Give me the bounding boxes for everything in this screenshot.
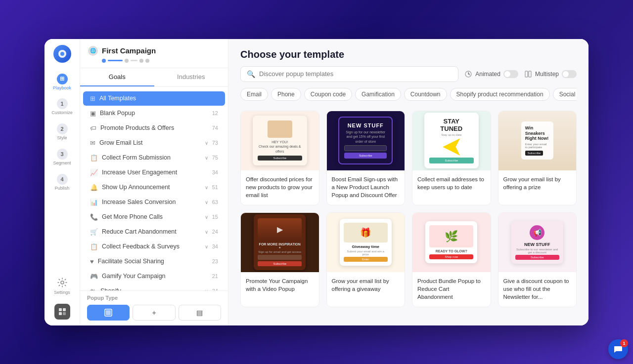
main-header: Choose your template 🔍 Animated Multiste…: [228, 39, 588, 107]
list-item-grow-email[interactable]: ✉ Grow Email List ∨ 73: [83, 136, 225, 150]
template-card-2[interactable]: NEW STUFF Sign up for our newsletter and…: [326, 111, 406, 205]
progress-dot-1: [102, 59, 106, 63]
list-item-collect-form[interactable]: 📋 Collect Form Submission ∨ 75: [83, 151, 225, 165]
show-up-count: 51: [212, 184, 218, 190]
publish-icon: 4: [57, 174, 68, 185]
chip-shopify-rec[interactable]: Shopify product recommendation: [450, 88, 550, 101]
sidebar-item-segment[interactable]: 3 Segment: [48, 146, 76, 169]
progress-dot-4: [145, 59, 149, 63]
user-avatar[interactable]: [54, 304, 70, 320]
chip-email[interactable]: Email: [240, 88, 268, 101]
paper-plane-icon: [443, 138, 460, 156]
search-input[interactable]: [259, 70, 452, 78]
sidebar-list: ⊞ All Templates ▣ Blank Popup 12 🏷 Promo…: [80, 87, 228, 290]
tab-industries[interactable]: Industries: [154, 68, 228, 86]
progress-bar: [88, 59, 220, 63]
collect-form-chevron: ∨: [205, 155, 208, 161]
chip-countdown[interactable]: Countdown: [404, 88, 447, 101]
mini-video-5: ▶ FOR MORE INSPIRATION + Sign up for ema…: [254, 214, 306, 270]
sidebar-item-style[interactable]: 2 Style: [48, 121, 76, 144]
list-item-blank-popup[interactable]: ▣ Blank Popup 12: [83, 106, 225, 121]
settings-icon: [56, 276, 69, 289]
reduce-cart-icon: 🛒: [90, 228, 98, 236]
facilitate-social-count: 23: [212, 258, 218, 264]
collect-form-count: 75: [212, 155, 218, 161]
search-box[interactable]: 🔍: [240, 66, 458, 82]
blank-popup-icon: ▣: [90, 110, 96, 117]
template-card-7[interactable]: 🌿 READY TO GLOW? Shop now Product Bundle…: [412, 212, 491, 307]
newstuff-btn: Subscribe: [515, 255, 559, 260]
increase-sales-chevron: ∨: [205, 200, 208, 205]
svg-point-1: [60, 52, 64, 56]
mini-popup-3: STAYTUNED Stay up-to-date Subscribe: [424, 113, 479, 168]
facilitate-social-label: Facilitate Social Sharing: [98, 258, 208, 265]
list-item-promote-products[interactable]: 🏷 Promote Products & Offers 74: [83, 121, 225, 135]
chip-social[interactable]: Social: [553, 88, 577, 101]
increase-sales-label: Increase Sales Conversion: [102, 199, 201, 205]
multistep-toggle[interactable]: [562, 70, 577, 78]
animated-toggle[interactable]: [503, 70, 518, 78]
list-item-collect-feedback[interactable]: 📋 Collect Feedback & Surveys ∨ 34: [83, 240, 225, 254]
app-logo[interactable]: [53, 45, 71, 63]
template-label-4: Grow your email list by offering a prize: [498, 170, 577, 197]
mini-popup-title-2: NEW STUFF: [344, 122, 387, 128]
sidebar-tabs: Goals Industries: [80, 68, 228, 87]
sidebar-item-publish[interactable]: 4 Publish: [48, 171, 76, 194]
main-sidebar: 🌐 First Campaign Goals Industries ⊞ All …: [80, 39, 228, 325]
template-card-3[interactable]: STAYTUNED Stay up-to-date Subscribe Coll…: [412, 111, 491, 205]
mini-popup-1: HEY YOU!Check our amazing deals & offers…: [253, 116, 307, 165]
template-card-5[interactable]: ▶ FOR MORE INSPIRATION + Sign up for ema…: [240, 212, 319, 307]
popup-type-btn-1[interactable]: [87, 305, 130, 321]
template-preview-6: 🎁 Giveaway time Submit your email and wi…: [327, 213, 405, 272]
mini-video-sub: Sign up for email and get access: [258, 250, 302, 253]
list-item-increase-user[interactable]: 📈 Increase User Engagement 34: [83, 165, 225, 180]
filter-chips: Email Phone Coupon code Gamification Cou…: [240, 88, 577, 101]
template-card-6[interactable]: 🎁 Giveaway time Submit your email and wi…: [326, 212, 406, 307]
popup-type-btn-3[interactable]: ▤: [179, 305, 221, 321]
sidebar-item-playbook[interactable]: ⊞ Playbook: [48, 71, 76, 94]
mini-bundle-img: 🌿: [429, 225, 473, 247]
grow-email-label: Grow Email List: [99, 139, 201, 146]
settings-item[interactable]: Settings: [51, 273, 73, 298]
list-item-all-templates[interactable]: ⊞ All Templates: [83, 91, 225, 106]
newstuff-sub: Subscribe to our newsletter and get a di…: [515, 248, 559, 254]
sidebar-item-customize[interactable]: 1 Customize: [48, 95, 76, 119]
template-card-1[interactable]: HEY YOU!Check our amazing deals & offers…: [240, 111, 319, 205]
svg-rect-6: [63, 312, 66, 315]
svg-rect-4: [63, 308, 66, 311]
mini-popup-btn-1: Subscribe: [258, 156, 302, 161]
list-item-get-more-calls[interactable]: 📞 Get More Phone Calls ∨ 15: [83, 210, 225, 224]
chip-phone[interactable]: Phone: [271, 88, 301, 101]
customize-icon: 1: [57, 98, 68, 109]
template-preview-1: HEY YOU!Check our amazing deals & offers…: [241, 111, 319, 170]
list-item-reduce-cart[interactable]: 🛒 Reduce Cart Abandonment ∨ 24: [83, 225, 225, 239]
sneakers-bg: Win Sneakers Right Now! Enter your email…: [498, 111, 577, 170]
campaign-name: First Campaign: [102, 46, 156, 55]
list-item-facilitate-social[interactable]: ♥ Facilitate Social Sharing 23: [83, 254, 225, 269]
list-item-gamify[interactable]: 🎮 Gamify Your Campaign 21: [83, 269, 225, 283]
list-item-increase-sales[interactable]: 📊 Increase Sales Conversion ∨ 63: [83, 195, 225, 209]
progress-dot-3: [139, 59, 143, 63]
list-item-shopify[interactable]: 🛍 Shopify ∨ 34: [83, 284, 225, 290]
mini-giveaway-6: 🎁 Giveaway time Submit your email and wi…: [340, 219, 392, 266]
template-card-8[interactable]: 📢 NEW STUFF Subscribe to our newsletter …: [498, 212, 577, 307]
animated-icon: [464, 70, 472, 78]
customize-label: Customize: [51, 110, 73, 116]
popup-type-buttons: + ▤: [87, 305, 221, 321]
mini-giveaway-btn: Enter: [344, 257, 388, 262]
mini-popup-btn-2: Subscribe: [344, 153, 387, 159]
chip-gamification[interactable]: Gamification: [355, 88, 401, 101]
tab-goals[interactable]: Goals: [80, 68, 154, 86]
template-grid: HEY YOU!Check our amazing deals & offers…: [228, 107, 588, 325]
newstuff-title: NEW STUFF: [515, 242, 559, 247]
popup-type-btn-2[interactable]: +: [133, 305, 175, 321]
mini-video-btn: Subscribe: [258, 261, 302, 266]
list-item-show-up[interactable]: 🔔 Show Up Announcement ∨ 51: [83, 180, 225, 195]
app-window: ⊞ Playbook 1 Customize 2 Style 3 Segment…: [45, 39, 588, 325]
progress-dot-2: [125, 59, 129, 63]
increase-user-label: Increase User Engagement: [102, 169, 208, 176]
collect-feedback-count: 34: [212, 243, 218, 249]
page-title: Choose your template: [240, 49, 577, 60]
chip-coupon[interactable]: Coupon code: [304, 88, 352, 101]
template-card-4[interactable]: Win Sneakers Right Now! Enter your email…: [498, 111, 577, 205]
